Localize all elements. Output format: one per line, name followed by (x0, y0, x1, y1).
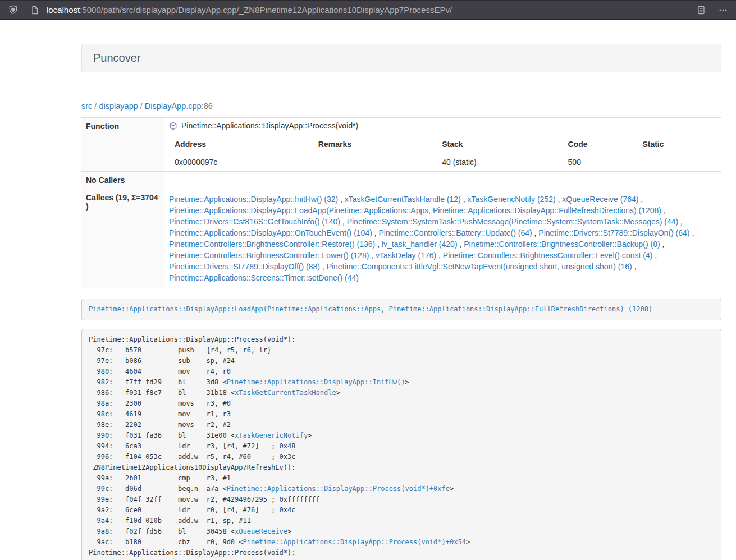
callers-row: No Callers (81, 172, 721, 189)
tracking-protection-shield-icon[interactable] (6, 3, 20, 17)
callee-link[interactable]: Pinetime::System::SystemTask::PushMessag… (347, 217, 679, 226)
callee-link[interactable]: Pinetime::Drivers::St7789::DisplayOff() … (169, 262, 320, 271)
callees-label: Callees (19, Σ=3704 ) (81, 189, 164, 288)
callee-separator: , (461, 195, 468, 204)
callee-separator: , (320, 262, 327, 271)
assembly-block: Pinetime::Applications::DisplayApp::Proc… (81, 329, 721, 560)
callee-separator: , (375, 240, 382, 249)
no-callers-label: No Callers (81, 172, 164, 189)
callee-link[interactable]: Pinetime::Controllers::BrightnessControl… (443, 251, 652, 260)
callee-separator: , (458, 240, 464, 249)
address-table: Address Remarks Stack Code Static 0x0000… (169, 135, 721, 171)
column-header-address: Address (169, 135, 313, 153)
breadcrumb-separator: / (138, 102, 145, 111)
app-title-panel: Puncover (81, 44, 721, 72)
function-name-line: Pinetime::Applications::DisplayApp::Proc… (169, 118, 721, 134)
callee-link[interactable]: Pinetime::Applications::DisplayApp::Load… (169, 206, 661, 215)
assembly-symbol-link[interactable]: Pinetime::Applications::DisplayApp::Proc… (243, 538, 466, 546)
function-row: Function Pinetime::Applications::Display… (81, 118, 721, 135)
breadcrumb-separator: / (92, 102, 99, 111)
callee-link[interactable]: xQueueReceive (764) (562, 195, 638, 204)
address-value: 0x0000097c (169, 153, 313, 172)
callees-row: Callees (19, Σ=3704 ) Pinetime::Applicat… (81, 189, 721, 288)
callee-link[interactable]: Pinetime::Applications::DisplayApp::OnTo… (169, 228, 372, 237)
browser-toolbar: localhost:5000/path/src/displayapp/Displ… (0, 0, 736, 20)
column-header-static: Static (637, 135, 721, 153)
breadcrumb: src / displayapp / DisplayApp.cpp:86 (81, 100, 721, 112)
column-header-stack: Stack (436, 135, 562, 153)
symbol-table: Function Pinetime::Applications::Display… (81, 117, 721, 288)
source-line-snippet: Pinetime::Applications::DisplayApp::Load… (81, 299, 721, 320)
reader-view-icon[interactable] (694, 3, 708, 17)
address-table-header: Address Remarks Stack Code Static (169, 135, 721, 153)
cube-icon (169, 122, 177, 130)
callee-link[interactable]: Pinetime::Applications::Screens::Timer::… (169, 273, 359, 282)
callee-link[interactable]: Pinetime::Drivers::Cst816S::GetTouchInfo… (169, 217, 340, 226)
breadcrumb-link[interactable]: DisplayApp.cpp (145, 102, 202, 111)
empty-label (81, 135, 164, 172)
static-value (637, 153, 721, 172)
snippet-symbol-link[interactable]: Pinetime::Applications::DisplayApp::Load… (89, 305, 652, 313)
function-detail-row: Address Remarks Stack Code Static 0x0000… (81, 135, 721, 172)
function-label: Function (81, 118, 164, 135)
callee-separator: , (436, 251, 443, 260)
callee-separator: , (652, 251, 657, 260)
url-path: :5000/path/src/displayapp/DisplayApp.cpp… (80, 5, 452, 15)
divider (81, 85, 721, 85)
callee-separator: , (338, 195, 345, 204)
assembly-symbol-link[interactable]: xTaskGetCurrentTaskHandle (235, 389, 336, 397)
callee-separator: , (678, 217, 683, 226)
callee-separator: , (661, 206, 666, 215)
assembly-symbol-link[interactable]: xQueueReceive (235, 527, 287, 535)
callee-separator: , (632, 262, 637, 271)
callee-separator: , (638, 195, 643, 204)
callee-separator: , (340, 217, 347, 226)
page-info-icon[interactable] (28, 3, 42, 17)
toolbar-divider (24, 4, 24, 16)
assembly-symbol-link[interactable]: Pinetime::Applications::DisplayApp::Init… (227, 378, 405, 386)
callee-link[interactable]: Pinetime::Controllers::BrightnessControl… (169, 251, 369, 260)
more-menu-icon[interactable] (716, 3, 730, 17)
code-value: 500 (563, 153, 637, 172)
assembly-symbol-link[interactable]: Pinetime::Applications::DisplayApp::Proc… (227, 485, 450, 493)
function-name: Pinetime::Applications::DisplayApp::Proc… (181, 121, 358, 130)
url-bar[interactable]: localhost:5000/path/src/displayapp/Displ… (47, 5, 694, 15)
callee-separator: , (532, 228, 539, 237)
callee-link[interactable]: Pinetime::Components::LittleVgl::SetNewT… (327, 262, 632, 271)
breadcrumb-link[interactable]: src (81, 102, 92, 111)
callee-link[interactable]: Pinetime::Applications::DisplayApp::Init… (169, 195, 338, 204)
callee-link[interactable]: xTaskGenericNotify (252) (467, 195, 555, 204)
callees-list: Pinetime::Applications::DisplayApp::Init… (164, 189, 721, 288)
toolbar-divider (712, 4, 712, 16)
callee-link[interactable]: Pinetime::Drivers::St7789::DisplayOn() (… (538, 228, 689, 237)
assembly-symbol-link[interactable]: xTaskGenericNotify (235, 432, 308, 439)
callee-link[interactable]: xTaskGetCurrentTaskHandle (12) (345, 195, 461, 204)
stack-value: 40 (static) (436, 153, 562, 172)
callee-separator: , (369, 251, 376, 260)
table-row: 0x0000097c 40 (static) 500 (169, 153, 721, 172)
column-header-code: Code (563, 135, 637, 153)
callee-separator: , (372, 228, 379, 237)
page-title: Puncover (93, 52, 141, 64)
column-header-remarks: Remarks (313, 135, 436, 153)
callee-link[interactable]: Pinetime::Controllers::BrightnessControl… (464, 240, 660, 249)
breadcrumb-line-number: :86 (202, 102, 213, 111)
callee-separator: , (690, 228, 694, 237)
callee-link[interactable]: vTaskDelay (176) (376, 251, 436, 260)
remarks-value (313, 153, 436, 172)
callee-link[interactable]: Pinetime::Controllers::BrightnessControl… (169, 240, 375, 249)
page-content: Puncover src / displayapp / DisplayApp.c… (81, 20, 721, 560)
callee-separator: , (660, 240, 665, 249)
breadcrumb-link[interactable]: displayapp (99, 102, 138, 111)
callee-link[interactable]: Pinetime::Controllers::Battery::Update()… (379, 228, 532, 237)
url-host: localhost (47, 5, 80, 15)
callee-link[interactable]: lv_task_handler (420) (382, 240, 458, 249)
callee-separator: , (556, 195, 563, 204)
